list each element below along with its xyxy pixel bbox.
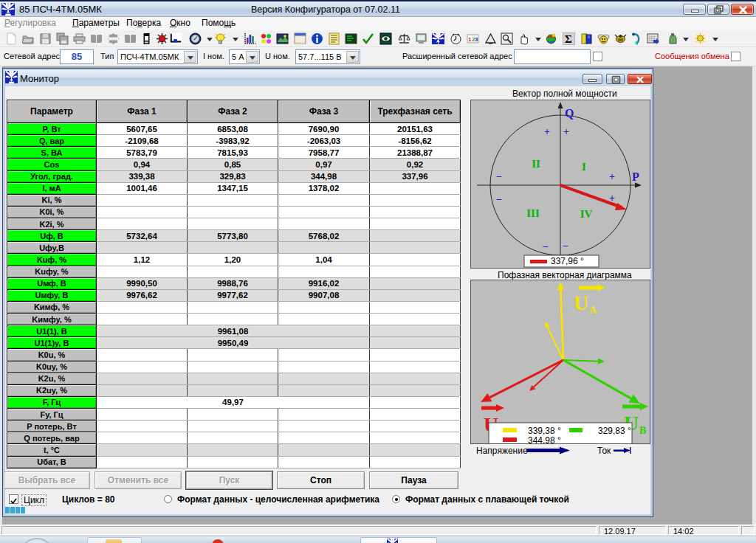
svg-text:−: −: [563, 241, 568, 252]
svg-text:P: P: [632, 170, 639, 183]
svg-text:A: A: [589, 305, 597, 316]
svg-text:U: U: [574, 291, 588, 314]
svg-text:339,38 °: 339,38 °: [528, 426, 561, 436]
svg-text:337,96 °: 337,96 °: [551, 256, 584, 266]
svg-text:III: III: [526, 207, 540, 219]
svg-text:329,83 °: 329,83 °: [598, 426, 631, 436]
svg-text:+: +: [563, 126, 569, 137]
svg-text:Напряжение: Напряжение: [476, 446, 528, 456]
svg-text:344,98 °: 344,98 °: [528, 435, 561, 443]
svg-text:−: −: [543, 241, 549, 252]
svg-text:Q: Q: [565, 107, 574, 120]
svg-text:+: +: [609, 171, 615, 182]
svg-text:II: II: [532, 158, 540, 170]
svg-text:+: +: [544, 126, 550, 137]
svg-text:B: B: [639, 425, 646, 436]
svg-text:Σ: Σ: [565, 33, 572, 45]
svg-text:IV: IV: [580, 208, 593, 220]
svg-text:Ток: Ток: [597, 446, 611, 456]
svg-text:I: I: [582, 161, 586, 173]
svg-text:−: −: [496, 171, 502, 182]
svg-text:−: −: [496, 194, 502, 205]
svg-text:3: 3: [475, 36, 478, 43]
